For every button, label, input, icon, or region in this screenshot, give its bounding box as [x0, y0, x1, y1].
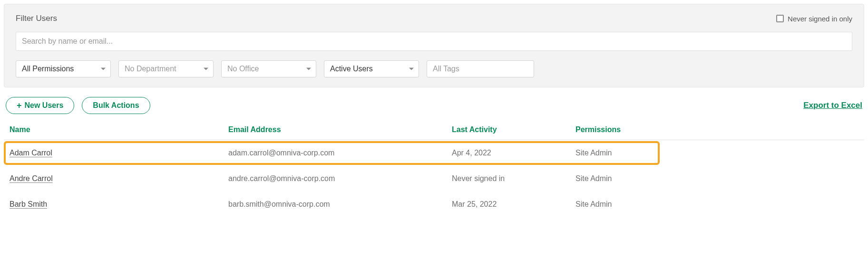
never-signed-in-label: Never signed in only: [788, 15, 852, 23]
user-name-link[interactable]: Andre Carrol: [10, 174, 53, 182]
department-select-value: No Department: [125, 65, 176, 73]
filter-title: Filter Users: [16, 14, 57, 23]
caret-down-icon: [101, 68, 106, 70]
permissions-select-value: All Permissions: [22, 65, 74, 73]
cell-email: barb.smith@omniva-corp.com: [228, 200, 452, 209]
table-body: Adam Carroladam.carrol@omniva-corp.comAp…: [4, 140, 864, 217]
users-table: Name Email Address Last Activity Permiss…: [4, 125, 864, 217]
caret-down-icon: [409, 68, 414, 70]
search-input[interactable]: [16, 32, 852, 51]
col-header-email[interactable]: Email Address: [228, 125, 452, 134]
table-row: Andre Carrolandre.carrol@omniva-corp.com…: [4, 166, 864, 191]
col-header-permissions[interactable]: Permissions: [575, 125, 858, 134]
new-users-button[interactable]: + New Users: [6, 97, 74, 114]
user-name-link[interactable]: Adam Carrol: [10, 149, 52, 157]
col-header-activity[interactable]: Last Activity: [452, 125, 575, 134]
cell-permissions: Site Admin: [575, 174, 858, 183]
cell-name: Adam Carrol: [10, 149, 228, 157]
caret-down-icon: [306, 68, 311, 70]
cell-permissions: Site Admin: [575, 200, 858, 209]
filter-header: Filter Users Never signed in only: [16, 14, 852, 23]
bulk-actions-label: Bulk Actions: [93, 101, 139, 110]
cell-name: Andre Carrol: [10, 174, 228, 183]
table-row: Barb Smithbarb.smith@omniva-corp.comMar …: [4, 191, 864, 217]
filter-panel: Filter Users Never signed in only All Pe…: [4, 4, 864, 87]
new-users-label: New Users: [25, 101, 64, 110]
filter-row: All Permissions No Department No Office …: [16, 60, 852, 77]
actions-row: + New Users Bulk Actions Export to Excel: [4, 97, 864, 114]
never-signed-in-checkbox[interactable]: Never signed in only: [776, 15, 852, 23]
office-select-value: No Office: [227, 65, 259, 73]
checkbox-icon: [776, 15, 784, 22]
user-name-link[interactable]: Barb Smith: [10, 200, 47, 208]
permissions-select[interactable]: All Permissions: [16, 60, 111, 77]
tags-input[interactable]: [427, 60, 534, 77]
table-header: Name Email Address Last Activity Permiss…: [4, 125, 864, 140]
table-row: Adam Carroladam.carrol@omniva-corp.comAp…: [4, 140, 864, 166]
cell-permissions: Site Admin: [575, 149, 858, 157]
bulk-actions-button[interactable]: Bulk Actions: [82, 97, 150, 114]
cell-activity: Mar 25, 2022: [452, 200, 575, 209]
office-select[interactable]: No Office: [221, 60, 316, 77]
export-link[interactable]: Export to Excel: [803, 101, 862, 110]
col-header-name[interactable]: Name: [10, 125, 228, 134]
cell-name: Barb Smith: [10, 200, 228, 209]
cell-activity: Apr 4, 2022: [452, 149, 575, 157]
status-select-value: Active Users: [330, 65, 373, 73]
cell-email: andre.carrol@omniva-corp.com: [228, 174, 452, 183]
caret-down-icon: [204, 68, 208, 70]
cell-email: adam.carrol@omniva-corp.com: [228, 149, 452, 157]
department-select[interactable]: No Department: [118, 60, 214, 77]
status-select[interactable]: Active Users: [324, 60, 419, 77]
cell-activity: Never signed in: [452, 174, 575, 183]
plus-icon: +: [17, 101, 22, 110]
